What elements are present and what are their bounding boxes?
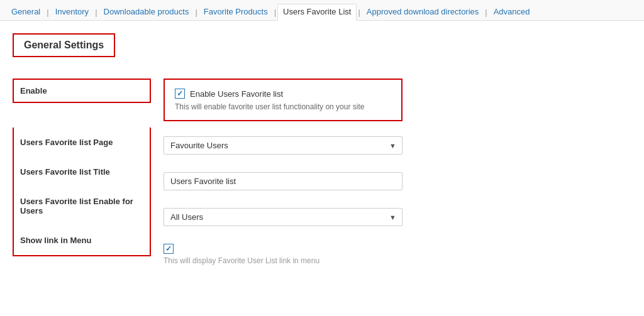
enable-label-box: Enable xyxy=(13,79,151,103)
tab-sep-4: | xyxy=(273,8,277,17)
tab-users-favorite-list[interactable]: Users Favorite List xyxy=(277,4,357,21)
left-bordered-labels: Users Favorite list Page Users Favorite … xyxy=(13,128,151,256)
show-link-label: Show link in Menu xyxy=(20,236,91,245)
show-link-field-row: This will display Favorite User List lin… xyxy=(164,235,631,274)
tab-approved-download[interactable]: Approved download directories xyxy=(362,4,484,20)
show-link-description: This will display Favorite User List lin… xyxy=(164,256,631,265)
title-label: Users Favorite list Title xyxy=(20,167,110,177)
settings-container: Enable Enable Users Favorite list This w… xyxy=(13,72,631,274)
tab-advanced[interactable]: Advanced xyxy=(489,4,535,20)
enable-checkbox-label: Enable Users Favorite list xyxy=(190,89,283,99)
tab-navigation: General | Inventory | Downloadable produ… xyxy=(0,0,644,21)
content-area: General Settings Enable Enable Users xyxy=(0,21,644,286)
page-field-row: Favourite Users All Users Registered Use… xyxy=(164,128,631,163)
show-link-label-row: Show link in Menu xyxy=(14,226,150,255)
page-select-wrapper: Favourite Users All Users Registered Use… xyxy=(164,136,402,155)
tab-inventory[interactable]: Inventory xyxy=(50,4,94,20)
enable-users-label-row: Users Favorite list Enable for Users xyxy=(14,187,150,226)
enable-description: This will enable favorite user list func… xyxy=(175,102,391,111)
general-settings-title: General Settings xyxy=(24,40,104,50)
page-label: Users Favorite list Page xyxy=(20,138,113,147)
title-label-row: Users Favorite list Title xyxy=(14,157,150,187)
tab-sep-3: | xyxy=(194,8,198,17)
right-fields-col: Favourite Users All Users Registered Use… xyxy=(151,128,631,274)
enable-field-box: Enable Users Favorite list This will ena… xyxy=(164,79,402,121)
enable-label: Enable xyxy=(20,86,47,95)
enable-users-label: Users Favorite list Enable for Users xyxy=(20,197,133,215)
enable-users-field-row: All Users Registered Users Guest Users ▼ xyxy=(164,199,631,235)
page-select[interactable]: Favourite Users All Users Registered Use… xyxy=(164,136,402,155)
tab-downloadable[interactable]: Downloadable products xyxy=(99,4,194,20)
tab-general[interactable]: General xyxy=(6,4,45,20)
tab-sep-5: | xyxy=(357,8,361,17)
enable-users-select-wrapper: All Users Registered Users Guest Users ▼ xyxy=(164,208,402,226)
tab-favorite-products[interactable]: Favorite Products xyxy=(199,4,273,20)
show-link-checkbox[interactable] xyxy=(164,244,174,254)
tab-sep-1: | xyxy=(45,8,50,17)
title-field-row xyxy=(164,163,631,199)
page-label-row: Users Favorite list Page xyxy=(14,128,150,157)
enable-field-wrapper: Enable Users Favorite list This will ena… xyxy=(151,79,631,121)
tab-sep-6: | xyxy=(484,8,488,17)
enable-checkbox[interactable] xyxy=(175,89,185,99)
page-wrapper: General | Inventory | Downloadable produ… xyxy=(0,0,644,316)
enable-left-col: Enable xyxy=(13,79,151,103)
general-settings-box: General Settings xyxy=(13,33,115,57)
tab-sep-2: | xyxy=(94,8,98,17)
title-input[interactable] xyxy=(164,172,402,190)
enable-users-select[interactable]: All Users Registered Users Guest Users xyxy=(164,208,402,226)
remaining-rows-wrapper: Users Favorite list Page Users Favorite … xyxy=(13,128,631,274)
enable-row: Enable Enable Users Favorite list This w… xyxy=(13,72,631,128)
enable-checkbox-row: Enable Users Favorite list xyxy=(175,89,391,99)
